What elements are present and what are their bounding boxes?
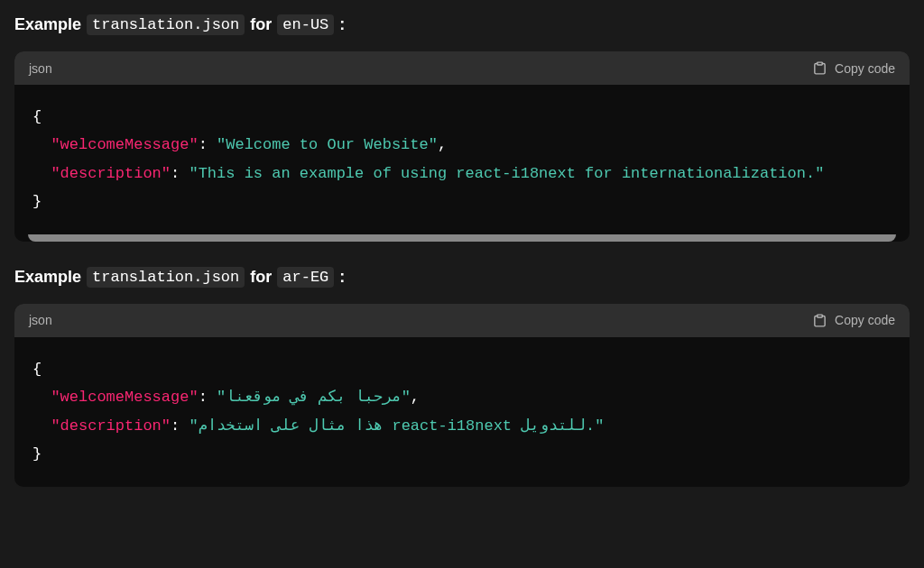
code-body[interactable]: { "welcomeMessage": "مرحبا بكم في موقعنا… [14,337,910,487]
heading-code-locale: ar-EG [277,267,334,288]
copy-code-button[interactable]: Copy code [812,60,895,76]
code-block-en: json Copy code { "welcomeMessage": "Welc… [14,51,910,242]
clipboard-icon [812,313,827,328]
example-heading-en: Example translation.json for en-US : [14,14,910,35]
copy-code-button[interactable]: Copy code [812,313,895,328]
code-body[interactable]: { "welcomeMessage": "Welcome to Our Webs… [14,85,910,238]
heading-prefix: Example [14,268,81,287]
copy-code-label: Copy code [835,313,895,327]
code-language-label: json [29,313,52,327]
code-content: { "welcomeMessage": "مرحبا بكم في موقعنا… [32,355,892,469]
heading-code-locale: en-US [277,14,334,35]
svg-rect-1 [818,315,823,317]
heading-mid: for [250,15,272,34]
heading-prefix: Example [14,15,81,34]
code-content: { "welcomeMessage": "Welcome to Our Webs… [32,103,892,216]
svg-rect-0 [818,62,823,65]
horizontal-scrollbar[interactable] [28,234,896,242]
heading-mid: for [250,268,272,287]
copy-code-label: Copy code [835,61,895,76]
code-language-label: json [29,61,52,76]
clipboard-icon [812,60,827,76]
code-header: json Copy code [14,304,910,337]
heading-suffix: : [339,15,345,34]
example-heading-ar: Example translation.json for ar-EG : [14,267,910,288]
heading-code-filename: translation.json [87,267,245,288]
heading-code-filename: translation.json [87,14,245,35]
code-header: json Copy code [14,51,910,85]
heading-suffix: : [339,268,345,287]
code-block-ar: json Copy code { "welcomeMessage": "مرحب… [14,304,910,487]
